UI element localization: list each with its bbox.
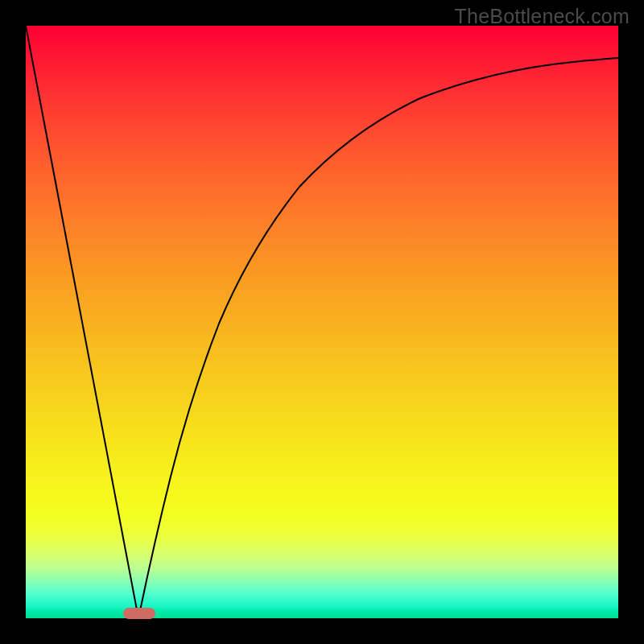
chart-frame: TheBottleneck.com <box>0 0 644 644</box>
curve-left-leg <box>26 26 138 618</box>
watermark-text: TheBottleneck.com <box>455 5 630 28</box>
curve-svg <box>26 26 618 618</box>
curve-right <box>138 58 618 618</box>
min-marker <box>123 608 155 619</box>
plot-area <box>26 26 618 618</box>
